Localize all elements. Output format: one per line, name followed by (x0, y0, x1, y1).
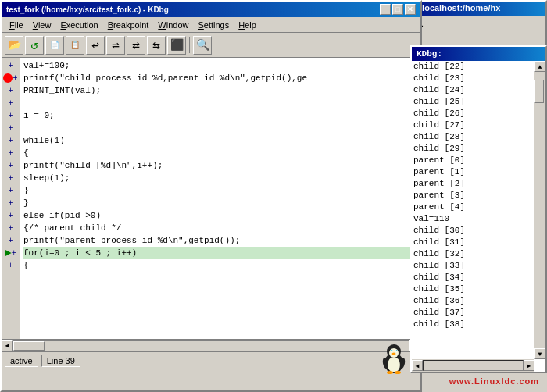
vscroll-down[interactable]: ▼ (534, 348, 545, 359)
code-line: { (23, 147, 417, 159)
code-line: } (23, 197, 417, 209)
maximize-button[interactable]: □ (392, 4, 403, 15)
code-line: printf("parent process id %d\n",getpid()… (23, 234, 417, 247)
gutter-row: + (2, 184, 20, 197)
gutter-plus: + (8, 212, 13, 220)
output-hscrollbar[interactable]: ◀ ▶ (412, 359, 534, 372)
toolbar-search[interactable]: 🔍 (193, 36, 212, 55)
output-line: parent [3] (412, 190, 534, 201)
hscroll-thumb[interactable] (13, 341, 45, 351)
toolbar-reload[interactable]: ↺ (25, 36, 44, 55)
code-line: i = 0; (23, 109, 417, 122)
out-hscroll-track[interactable] (423, 360, 524, 371)
gutter-plus: + (12, 249, 16, 258)
menu-view[interactable]: View (28, 19, 56, 31)
menu-window[interactable]: Window (153, 19, 193, 31)
gutter-plus: + (8, 62, 13, 70)
output-line: child [22] (412, 61, 534, 73)
code-line: { (23, 259, 417, 272)
gutter-plus: + (8, 87, 13, 95)
output-line: child [30] (412, 225, 534, 237)
output-line: child [26] (412, 108, 534, 119)
output-line: parent [2] (412, 178, 534, 190)
gutter-row: + (2, 259, 20, 272)
toolbar-open[interactable]: 📂 (5, 36, 23, 55)
status-active: active (5, 355, 38, 367)
gutter-plus: + (8, 99, 13, 108)
output-line: val=110 (412, 213, 534, 225)
gutter-row: + (2, 134, 20, 147)
gutter-plus: + (8, 199, 13, 208)
gutter-plus: + (8, 187, 13, 195)
gutter-plus: + (8, 174, 13, 183)
title-bar: test_fork (/home/hxy/src/test_fork.c) - … (2, 2, 420, 17)
toolbar-btn8[interactable]: ⇆ (147, 36, 166, 55)
menu-bar: File View Execution Breakpoint Window Se… (2, 17, 420, 33)
gutter-plus: + (8, 162, 13, 170)
output-window: KDbg: child [22]child [23]child [24]chil… (410, 45, 547, 373)
watermark: www.LinuxIdc.com (449, 376, 539, 386)
toolbar-btn7[interactable]: ⇄ (127, 36, 145, 55)
output-line: child [27] (412, 119, 534, 131)
out-hscroll-right[interactable]: ▶ (524, 360, 534, 371)
toolbar-btn5[interactable]: ↩ (86, 36, 105, 55)
gutter-row: ►+ (2, 247, 20, 259)
hscroll-left[interactable]: ◀ (2, 340, 13, 351)
close-button[interactable]: ✕ (405, 4, 416, 15)
code-line: for(i=0 ; i < 5 ; i++) (23, 247, 417, 259)
menu-settings[interactable]: Settings (193, 19, 234, 31)
tux-svg (379, 344, 409, 375)
code-line (23, 122, 417, 134)
output-title-bar: KDbg: (412, 47, 545, 61)
gutter-row: + (2, 84, 20, 97)
output-line: child [24] (412, 84, 534, 96)
gutter-row: + (2, 209, 20, 222)
svg-point-9 (387, 371, 393, 374)
code-line (23, 97, 417, 109)
active-arrow: ► (5, 247, 11, 259)
output-content: child [22]child [23]child [24]child [25]… (412, 61, 534, 359)
out-hscroll-left[interactable]: ◀ (412, 360, 423, 371)
breakpoint-indicator (3, 73, 13, 83)
output-line: child [31] (412, 237, 534, 248)
status-bar: active Line 39 (2, 351, 420, 369)
output-line: child [32] (412, 248, 534, 260)
toolbar-stop[interactable]: ⬛ (167, 36, 186, 55)
gutter-plus: + (8, 112, 13, 120)
svg-point-6 (391, 350, 393, 351)
minimize-button[interactable]: _ (380, 4, 391, 15)
toolbar-btn6[interactable]: ⇌ (106, 36, 125, 55)
gutter-row: + (2, 172, 20, 184)
menu-file[interactable]: File (5, 19, 28, 31)
vscroll-up[interactable]: ▲ (534, 61, 545, 72)
hscroll-track[interactable] (13, 340, 409, 351)
code-line: while(1) (23, 134, 417, 147)
hscrollbar[interactable]: ◀ ▶ (2, 339, 420, 351)
menu-execution[interactable]: Execution (55, 19, 102, 31)
menu-breakpoint[interactable]: Breakpoint (103, 19, 154, 31)
gutter-plus: + (8, 137, 13, 145)
output-vscrollbar[interactable]: ▲ ▼ (534, 61, 545, 359)
svg-point-10 (395, 371, 401, 374)
vscroll-track[interactable] (534, 72, 545, 348)
vscroll-thumb[interactable] (534, 80, 544, 103)
gutter-row: + (2, 72, 20, 84)
main-window: test_fork (/home/hxy/src/test_fork.c) - … (0, 0, 422, 392)
window-title: test_fork (/home/hxy/src/test_fork.c) - … (6, 5, 169, 14)
gutter-plus: + (8, 237, 13, 245)
gutter-row: + (2, 147, 20, 159)
toolbar-btn3[interactable]: 📄 (45, 36, 64, 55)
output-line: child [34] (412, 272, 534, 283)
gutter-plus: + (8, 224, 13, 233)
toolbar-btn4[interactable]: 📋 (66, 36, 84, 55)
svg-point-7 (396, 350, 398, 351)
output-line: child [25] (412, 96, 534, 108)
gutter-row: + (2, 59, 20, 72)
gutter-row: + (2, 234, 20, 247)
gutter-row: + (2, 122, 20, 134)
gutter-plus: + (8, 262, 13, 270)
gutter-plus: + (8, 149, 13, 158)
menu-help[interactable]: Help (234, 19, 261, 31)
code-line: val+=100; (23, 59, 417, 72)
gutter-row: + (2, 159, 20, 172)
